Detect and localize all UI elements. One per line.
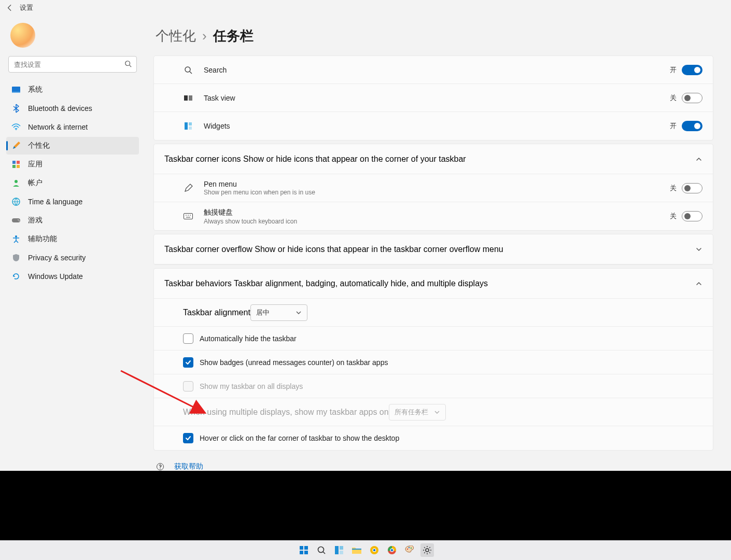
taskbar-chrome-button[interactable] <box>385 543 399 557</box>
search-input[interactable] <box>8 56 137 73</box>
section-title: Taskbar corner overflow <box>164 245 252 254</box>
taskbar-paint-button[interactable] <box>403 543 416 557</box>
svg-line-57 <box>424 552 425 553</box>
toggle-widgets[interactable] <box>682 121 702 131</box>
section-corner-overflow[interactable]: Taskbar corner overflow Show or hide ico… <box>154 234 713 264</box>
taskbar <box>0 540 731 560</box>
taskbar-explorer-button[interactable] <box>350 543 363 557</box>
row-taskbar-alignment: Taskbar alignment 居中 <box>154 299 713 327</box>
dropdown-taskbar-alignment[interactable]: 居中 <box>250 304 307 321</box>
row-show-badges[interactable]: Show badges (unread messages counter) on… <box>154 351 713 374</box>
svg-line-16 <box>190 72 192 74</box>
start-button[interactable] <box>297 543 311 557</box>
toggle-task-view[interactable] <box>682 93 702 103</box>
avatar[interactable] <box>10 23 35 48</box>
row-corner-desktop[interactable]: Hover or click on the far corner of task… <box>154 426 713 450</box>
sidebar-item-time-language[interactable]: Time & language <box>6 193 139 211</box>
section-title: Taskbar behaviors <box>164 279 232 288</box>
checkbox-corner-desktop[interactable] <box>183 433 193 443</box>
svg-rect-18 <box>189 95 192 101</box>
svg-rect-6 <box>17 161 20 164</box>
toggle-touch-keyboard[interactable] <box>682 211 702 221</box>
sidebar-item-privacy[interactable]: Privacy & security <box>6 249 139 267</box>
toggle-state: 关 <box>670 93 677 103</box>
breadcrumb: 个性化 › 任务栏 <box>153 27 713 45</box>
sidebar-item-label: 帐户 <box>28 178 43 188</box>
check-icon <box>185 435 191 441</box>
sidebar-item-accounts[interactable]: 帐户 <box>6 174 139 192</box>
svg-line-56 <box>429 552 430 553</box>
sidebar-item-system[interactable]: 系统 <box>6 81 139 99</box>
row-title: Widgets <box>204 122 670 130</box>
taskbar-widgets-button[interactable] <box>332 543 346 557</box>
link-get-help[interactable]: 获取帮助 <box>156 462 713 471</box>
chevron-down-icon <box>296 310 302 316</box>
sidebar-item-label: Time & language <box>28 198 82 206</box>
svg-rect-38 <box>340 546 343 550</box>
sidebar-item-bluetooth[interactable]: Bluetooth & devices <box>6 100 139 117</box>
row-title: Search <box>204 66 670 74</box>
sidebar-item-label: 辅助功能 <box>28 234 57 244</box>
row-title: Task view <box>204 94 670 102</box>
svg-rect-37 <box>335 546 339 554</box>
section-behaviors[interactable]: Taskbar behaviors Taskbar alignment, bad… <box>154 269 713 299</box>
row-subtitle: Always show touch keyboard icon <box>204 218 670 225</box>
sidebar-item-update[interactable]: Windows Update <box>6 268 139 285</box>
sidebar-item-apps[interactable]: 应用 <box>6 156 139 173</box>
svg-line-36 <box>323 552 325 554</box>
row-widgets: Widgets 开 <box>154 112 713 140</box>
sidebar-item-network[interactable]: Network & internet <box>6 118 139 136</box>
svg-line-58 <box>429 547 430 548</box>
sidebar-item-label: 游戏 <box>28 216 43 225</box>
row-auto-hide[interactable]: Automatically hide the taskbar <box>154 327 713 351</box>
help-icon <box>156 462 165 471</box>
section-corner-icons[interactable]: Taskbar corner icons Show or hide icons … <box>154 144 713 174</box>
svg-rect-33 <box>300 551 303 554</box>
checkbox-show-badges[interactable] <box>183 357 193 368</box>
svg-rect-22 <box>184 214 193 219</box>
sidebar-item-label: Privacy & security <box>28 254 86 262</box>
toggle-search[interactable] <box>682 65 702 75</box>
taskbar-search-button[interactable] <box>315 543 328 557</box>
svg-line-1 <box>130 65 132 67</box>
sidebar-item-personalization[interactable]: 个性化 <box>6 137 139 155</box>
sidebar-item-accessibility[interactable]: 辅助功能 <box>6 230 139 248</box>
brush-icon <box>11 141 21 150</box>
taskbar-settings-button[interactable] <box>420 543 434 557</box>
row-title: When using multiple displays, show my ta… <box>183 408 389 416</box>
toggle-state: 关 <box>670 184 677 193</box>
svg-rect-7 <box>12 165 16 168</box>
svg-point-0 <box>125 61 130 66</box>
row-title: Taskbar alignment <box>183 308 250 317</box>
svg-point-13 <box>19 220 20 221</box>
chevron-up-icon <box>695 156 702 163</box>
svg-point-15 <box>185 67 190 72</box>
chevron-up-icon <box>695 280 702 287</box>
svg-rect-21 <box>189 127 192 130</box>
sidebar-item-gaming[interactable]: 游戏 <box>6 212 139 229</box>
toggle-state: 关 <box>670 212 677 221</box>
keyboard-icon <box>183 211 193 221</box>
back-button[interactable] <box>5 3 15 12</box>
gamepad-icon <box>11 216 21 225</box>
checkbox-auto-hide[interactable] <box>183 333 193 344</box>
dropdown-value: 所有任务栏 <box>395 408 428 417</box>
check-icon <box>185 359 191 366</box>
toggle-pen-menu[interactable] <box>682 183 702 193</box>
svg-point-43 <box>373 549 376 552</box>
page-title: 任务栏 <box>213 27 254 45</box>
svg-rect-11 <box>12 218 20 222</box>
svg-rect-40 <box>352 549 361 550</box>
breadcrumb-root[interactable]: 个性化 <box>156 27 196 45</box>
svg-rect-3 <box>12 92 20 93</box>
row-pen-menu: Pen menu Show pen menu icon when pen is … <box>154 174 713 202</box>
svg-point-9 <box>15 180 18 183</box>
accessibility-icon <box>11 234 21 244</box>
checkbox-multi-display <box>183 381 193 391</box>
search-icon <box>183 65 193 75</box>
svg-rect-20 <box>189 122 192 125</box>
chevron-down-icon <box>695 246 702 253</box>
chevron-down-icon <box>434 409 440 415</box>
sidebar-item-label: Windows Update <box>28 272 83 281</box>
taskbar-chrome-canary-button[interactable] <box>368 543 381 557</box>
